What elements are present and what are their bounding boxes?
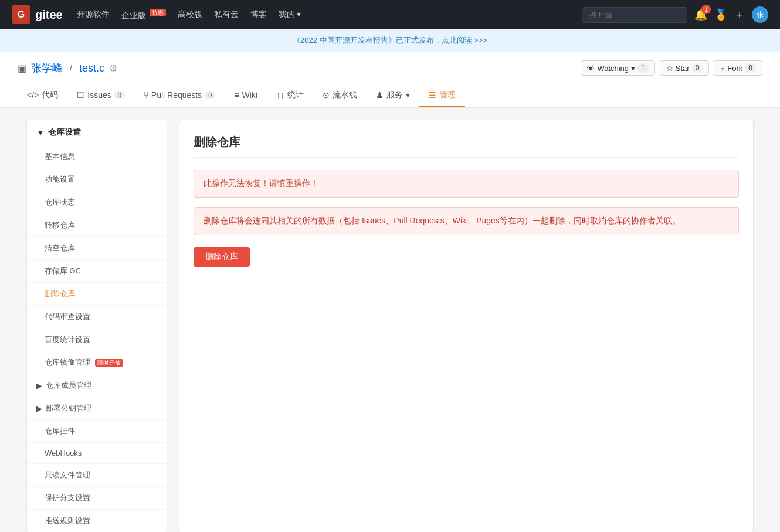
- sidebar-item-storage-gc[interactable]: 存储库 GC: [27, 260, 167, 283]
- tab-wiki[interactable]: ≡ Wiki: [225, 84, 267, 107]
- services-icon: ♟: [376, 90, 384, 100]
- pr-count: 0: [205, 91, 215, 99]
- sidebar-item-member-manage[interactable]: ▶ 仓库成员管理: [27, 374, 167, 397]
- sidebar-item-baidu-stats[interactable]: 百度统计设置: [27, 328, 167, 351]
- navbar-link-blog[interactable]: 博客: [250, 9, 267, 20]
- sidebar-item-delete-repo[interactable]: 删除仓库: [27, 283, 167, 306]
- eye-icon: 👁: [587, 64, 595, 73]
- sidebar-item-code-review[interactable]: 代码审查设置: [27, 306, 167, 328]
- brand[interactable]: G gitee: [12, 5, 63, 24]
- stats-icon: ↑↓: [276, 90, 284, 100]
- chevron-right-icon: ▶: [36, 381, 42, 390]
- navbar-link-private-cloud[interactable]: 私有云: [214, 9, 239, 20]
- repo-settings-icon[interactable]: ⚙: [109, 63, 117, 74]
- navbar-link-mine[interactable]: 我的 ▾: [279, 9, 301, 20]
- star-button[interactable]: ☆ Star 0: [660, 60, 710, 76]
- notification-count: 1: [701, 5, 711, 14]
- navbar-link-enterprise[interactable]: 企业版 特惠: [121, 9, 166, 21]
- issues-icon: ☐: [77, 90, 84, 100]
- sidebar-item-webhooks[interactable]: WebHooks: [27, 443, 167, 464]
- avatar[interactable]: 张: [752, 6, 768, 23]
- repo-title-row: ▣ 张学峰 / test.c ⚙ 👁 Watching ▾ 1 ☆ Star 0…: [18, 60, 762, 76]
- tab-pipeline[interactable]: ⊙ 流水线: [313, 84, 367, 107]
- sidebar-item-repo-widget[interactable]: 仓库挂件: [27, 420, 167, 443]
- sidebar-item-deploy-key[interactable]: ▶ 部署公钥管理: [27, 397, 167, 420]
- fork-count: 0: [745, 63, 756, 73]
- repo-actions: 👁 Watching ▾ 1 ☆ Star 0 ⑂ Fork 0: [581, 60, 762, 76]
- issues-count: 0: [114, 91, 125, 99]
- tab-services[interactable]: ♟ 服务 ▾: [367, 84, 419, 107]
- code-icon: </>: [27, 90, 39, 100]
- tab-issues[interactable]: ☐ Issues 0: [67, 84, 134, 107]
- limit-time-badge: 限时开放: [95, 359, 123, 367]
- gitee-logo-icon: G: [12, 5, 30, 24]
- sidebar: ▼ 仓库设置 基本信息 功能设置 仓库状态 转移仓库 清空仓库 存储库 GC 删…: [26, 120, 167, 532]
- sidebar-item-mirror-manage[interactable]: 仓库镜像管理 限时开放: [27, 351, 167, 374]
- delete-repo-button[interactable]: 删除仓库: [194, 247, 250, 267]
- chevron-down-icon: ▼: [36, 128, 45, 137]
- pipeline-icon: ⊙: [323, 90, 330, 100]
- sidebar-section-title[interactable]: ▼ 仓库设置: [27, 120, 167, 145]
- banner-link[interactable]: 《2022 中国开源开发者报告》已正式发布，点此阅读 >>>: [293, 36, 487, 45]
- sidebar-item-push-rules[interactable]: 推送规则设置: [27, 510, 167, 532]
- repo-type-icon: ▣: [18, 63, 26, 74]
- fork-icon: ⑂: [720, 64, 725, 73]
- content-area: 删除仓库 此操作无法恢复！请慎重操作！ 删除仓库将会连同其相关的所有数据（包括 …: [179, 120, 754, 532]
- tab-pull-requests[interactable]: ⑂ Pull Requests 0: [134, 84, 225, 107]
- sidebar-item-readonly-files[interactable]: 只读文件管理: [27, 464, 167, 487]
- points-icon[interactable]: 🏅: [714, 8, 727, 21]
- navbar: G gitee 开源软件 企业版 特惠 高校版 私有云 博客 我的 ▾ 🔔 1 …: [0, 0, 780, 29]
- page-title: 删除仓库: [194, 134, 739, 158]
- repo-tabs: </> 代码 ☐ Issues 0 ⑂ Pull Requests 0 ≡ Wi…: [18, 84, 762, 107]
- chevron-right-icon-2: ▶: [36, 404, 42, 413]
- watching-count: 1: [637, 63, 649, 73]
- management-icon: ☰: [429, 90, 436, 100]
- warning-alert: 此操作无法恢复！请慎重操作！: [194, 170, 739, 198]
- tab-management[interactable]: ☰ 管理: [419, 84, 465, 107]
- sidebar-item-basic-info[interactable]: 基本信息: [27, 145, 167, 168]
- search-input[interactable]: [582, 7, 687, 23]
- main-content: ▼ 仓库设置 基本信息 功能设置 仓库状态 转移仓库 清空仓库 存储库 GC 删…: [15, 120, 765, 532]
- star-count: 0: [692, 63, 703, 73]
- star-icon: ☆: [666, 64, 673, 73]
- add-button[interactable]: ＋: [734, 8, 745, 22]
- watching-button[interactable]: 👁 Watching ▾ 1: [581, 60, 654, 76]
- sidebar-item-feature-settings[interactable]: 功能设置: [27, 168, 167, 191]
- repo-owner-link[interactable]: 张学峰: [31, 61, 63, 75]
- repo-title-left: ▣ 张学峰 / test.c ⚙: [18, 61, 117, 75]
- brand-name: gitee: [35, 8, 63, 22]
- notification-bell-button[interactable]: 🔔 1: [694, 8, 707, 21]
- announcement-banner: 《2022 中国开源开发者报告》已正式发布，点此阅读 >>>: [0, 29, 780, 52]
- wiki-icon: ≡: [234, 90, 239, 100]
- navbar-link-college[interactable]: 高校版: [178, 9, 202, 20]
- pr-icon: ⑂: [144, 90, 148, 100]
- repo-name-link[interactable]: test.c: [79, 62, 104, 74]
- sidebar-item-transfer-repo[interactable]: 转移仓库: [27, 214, 167, 237]
- navbar-right: 🔔 1 🏅 ＋ 张: [582, 6, 768, 23]
- navbar-links: 开源软件 企业版 特惠 高校版 私有云 博客 我的 ▾: [77, 9, 568, 21]
- tab-code[interactable]: </> 代码: [18, 84, 67, 107]
- danger-alert: 删除仓库将会连同其相关的所有数据（包括 Issues、Pull Requests…: [194, 207, 739, 235]
- repo-header: ▣ 张学峰 / test.c ⚙ 👁 Watching ▾ 1 ☆ Star 0…: [0, 52, 780, 108]
- sidebar-item-repo-status[interactable]: 仓库状态: [27, 191, 167, 214]
- fork-button[interactable]: ⑂ Fork 0: [714, 60, 762, 76]
- tab-stats[interactable]: ↑↓ 统计: [267, 84, 313, 107]
- navbar-link-open-source[interactable]: 开源软件: [77, 9, 110, 20]
- sidebar-item-protect-branch[interactable]: 保护分支设置: [27, 487, 167, 510]
- sidebar-item-clear-repo[interactable]: 清空仓库: [27, 237, 167, 260]
- enterprise-badge: 特惠: [150, 9, 166, 16]
